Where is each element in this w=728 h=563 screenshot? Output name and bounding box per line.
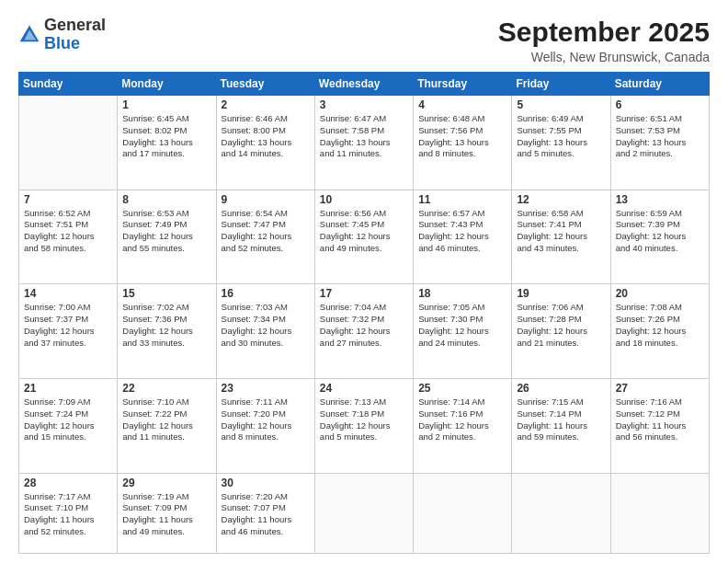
calendar-cell: 9Sunrise: 6:54 AM Sunset: 7:47 PM Daylig…	[216, 190, 314, 284]
calendar-cell: 12Sunrise: 6:58 AM Sunset: 7:41 PM Dayli…	[512, 190, 610, 284]
calendar-cell: 21Sunrise: 7:09 AM Sunset: 7:24 PM Dayli…	[19, 378, 118, 473]
day-number: 4	[418, 98, 506, 111]
cell-info: Sunrise: 6:53 AM Sunset: 7:49 PM Dayligh…	[122, 208, 210, 255]
logo-blue: Blue	[44, 34, 80, 52]
day-number: 19	[517, 287, 605, 300]
month-title: September 2025	[498, 17, 710, 48]
day-number: 18	[418, 287, 506, 300]
calendar-cell: 1Sunrise: 6:45 AM Sunset: 8:02 PM Daylig…	[118, 96, 216, 190]
calendar-cell: 8Sunrise: 6:53 AM Sunset: 7:49 PM Daylig…	[118, 190, 216, 284]
day-number: 11	[418, 193, 506, 206]
cell-info: Sunrise: 7:04 AM Sunset: 7:32 PM Dayligh…	[320, 302, 408, 349]
cell-info: Sunrise: 7:05 AM Sunset: 7:30 PM Dayligh…	[418, 302, 506, 349]
calendar-cell: 3Sunrise: 6:47 AM Sunset: 7:58 PM Daylig…	[314, 96, 413, 190]
cell-info: Sunrise: 7:06 AM Sunset: 7:28 PM Dayligh…	[517, 302, 605, 349]
location: Wells, New Brunswick, Canada	[498, 50, 710, 64]
calendar-header-row: SundayMondayTuesdayWednesdayThursdayFrid…	[19, 73, 710, 96]
header: General Blue September 2025 Wells, New B…	[18, 17, 710, 64]
logo: General Blue	[18, 17, 106, 53]
calendar-cell: 23Sunrise: 7:11 AM Sunset: 7:20 PM Dayli…	[216, 378, 314, 473]
cell-info: Sunrise: 6:58 AM Sunset: 7:41 PM Dayligh…	[517, 208, 605, 255]
cell-info: Sunrise: 7:00 AM Sunset: 7:37 PM Dayligh…	[24, 302, 112, 349]
day-header-thursday: Thursday	[414, 73, 512, 96]
week-row-1: 1Sunrise: 6:45 AM Sunset: 8:02 PM Daylig…	[19, 96, 710, 190]
day-number: 24	[320, 382, 408, 395]
day-number: 23	[222, 382, 310, 395]
logo-general: General	[44, 16, 106, 34]
day-number: 20	[616, 287, 704, 300]
calendar-cell	[512, 473, 610, 554]
calendar-table: SundayMondayTuesdayWednesdayThursdayFrid…	[18, 72, 710, 554]
calendar-cell: 15Sunrise: 7:02 AM Sunset: 7:36 PM Dayli…	[118, 284, 216, 379]
calendar-cell: 11Sunrise: 6:57 AM Sunset: 7:43 PM Dayli…	[414, 190, 512, 284]
calendar-cell: 25Sunrise: 7:14 AM Sunset: 7:16 PM Dayli…	[414, 378, 512, 473]
calendar-cell: 10Sunrise: 6:56 AM Sunset: 7:45 PM Dayli…	[314, 190, 413, 284]
cell-info: Sunrise: 6:59 AM Sunset: 7:39 PM Dayligh…	[616, 208, 704, 255]
day-number: 12	[517, 193, 605, 206]
calendar-cell: 22Sunrise: 7:10 AM Sunset: 7:22 PM Dayli…	[118, 378, 216, 473]
calendar-cell: 13Sunrise: 6:59 AM Sunset: 7:39 PM Dayli…	[610, 190, 709, 284]
day-number: 9	[222, 193, 310, 206]
day-number: 30	[222, 477, 310, 489]
calendar-cell: 7Sunrise: 6:52 AM Sunset: 7:51 PM Daylig…	[19, 190, 118, 284]
cell-info: Sunrise: 7:03 AM Sunset: 7:34 PM Dayligh…	[222, 302, 310, 349]
day-number: 5	[517, 98, 605, 111]
cell-info: Sunrise: 6:51 AM Sunset: 7:53 PM Dayligh…	[616, 113, 704, 160]
week-row-3: 14Sunrise: 7:00 AM Sunset: 7:37 PM Dayli…	[19, 284, 710, 379]
week-row-5: 28Sunrise: 7:17 AM Sunset: 7:10 PM Dayli…	[19, 473, 710, 554]
calendar-cell	[414, 473, 512, 554]
cell-info: Sunrise: 6:49 AM Sunset: 7:55 PM Dayligh…	[517, 113, 605, 160]
cell-info: Sunrise: 6:46 AM Sunset: 8:00 PM Dayligh…	[222, 113, 310, 160]
cell-info: Sunrise: 6:57 AM Sunset: 7:43 PM Dayligh…	[418, 208, 506, 255]
calendar-cell: 6Sunrise: 6:51 AM Sunset: 7:53 PM Daylig…	[610, 96, 709, 190]
calendar-cell: 4Sunrise: 6:48 AM Sunset: 7:56 PM Daylig…	[414, 96, 512, 190]
cell-info: Sunrise: 7:19 AM Sunset: 7:09 PM Dayligh…	[122, 491, 210, 538]
cell-info: Sunrise: 6:54 AM Sunset: 7:47 PM Dayligh…	[222, 208, 310, 255]
day-header-saturday: Saturday	[610, 73, 709, 96]
calendar-cell: 18Sunrise: 7:05 AM Sunset: 7:30 PM Dayli…	[414, 284, 512, 379]
cell-info: Sunrise: 7:08 AM Sunset: 7:26 PM Dayligh…	[616, 302, 704, 349]
day-number: 29	[122, 477, 210, 489]
week-row-4: 21Sunrise: 7:09 AM Sunset: 7:24 PM Dayli…	[19, 378, 710, 473]
logo-text: General Blue	[44, 17, 106, 53]
calendar-cell: 14Sunrise: 7:00 AM Sunset: 7:37 PM Dayli…	[19, 284, 118, 379]
cell-info: Sunrise: 6:45 AM Sunset: 8:02 PM Dayligh…	[122, 113, 210, 160]
day-number: 13	[616, 193, 704, 206]
day-number: 1	[122, 98, 210, 111]
calendar-cell: 27Sunrise: 7:16 AM Sunset: 7:12 PM Dayli…	[610, 378, 709, 473]
day-number: 15	[122, 287, 210, 300]
calendar-cell	[610, 473, 709, 554]
cell-info: Sunrise: 7:10 AM Sunset: 7:22 PM Dayligh…	[122, 396, 210, 443]
cell-info: Sunrise: 7:14 AM Sunset: 7:16 PM Dayligh…	[418, 396, 506, 443]
day-header-tuesday: Tuesday	[216, 73, 314, 96]
calendar-cell	[19, 96, 118, 190]
day-number: 16	[222, 287, 310, 300]
cell-info: Sunrise: 7:02 AM Sunset: 7:36 PM Dayligh…	[122, 302, 210, 349]
calendar-cell: 16Sunrise: 7:03 AM Sunset: 7:34 PM Dayli…	[216, 284, 314, 379]
cell-info: Sunrise: 7:16 AM Sunset: 7:12 PM Dayligh…	[616, 396, 704, 443]
day-number: 8	[122, 193, 210, 206]
cell-info: Sunrise: 6:52 AM Sunset: 7:51 PM Dayligh…	[24, 208, 112, 255]
day-number: 26	[517, 382, 605, 395]
cell-info: Sunrise: 6:48 AM Sunset: 7:56 PM Dayligh…	[418, 113, 506, 160]
day-number: 27	[616, 382, 704, 395]
day-header-wednesday: Wednesday	[314, 73, 413, 96]
cell-info: Sunrise: 7:09 AM Sunset: 7:24 PM Dayligh…	[24, 396, 112, 443]
calendar-cell: 2Sunrise: 6:46 AM Sunset: 8:00 PM Daylig…	[216, 96, 314, 190]
cell-info: Sunrise: 6:56 AM Sunset: 7:45 PM Dayligh…	[320, 208, 408, 255]
week-row-2: 7Sunrise: 6:52 AM Sunset: 7:51 PM Daylig…	[19, 190, 710, 284]
day-number: 14	[24, 287, 112, 300]
calendar-cell: 28Sunrise: 7:17 AM Sunset: 7:10 PM Dayli…	[19, 473, 118, 554]
day-header-friday: Friday	[512, 73, 610, 96]
day-number: 25	[418, 382, 506, 395]
cell-info: Sunrise: 7:11 AM Sunset: 7:20 PM Dayligh…	[222, 396, 310, 443]
day-header-monday: Monday	[118, 73, 216, 96]
day-number: 2	[222, 98, 310, 111]
day-number: 6	[616, 98, 704, 111]
calendar-cell: 30Sunrise: 7:20 AM Sunset: 7:07 PM Dayli…	[216, 473, 314, 554]
day-number: 28	[24, 477, 112, 489]
logo-icon	[18, 24, 40, 46]
calendar-cell: 5Sunrise: 6:49 AM Sunset: 7:55 PM Daylig…	[512, 96, 610, 190]
day-number: 7	[24, 193, 112, 206]
cell-info: Sunrise: 7:13 AM Sunset: 7:18 PM Dayligh…	[320, 396, 408, 443]
